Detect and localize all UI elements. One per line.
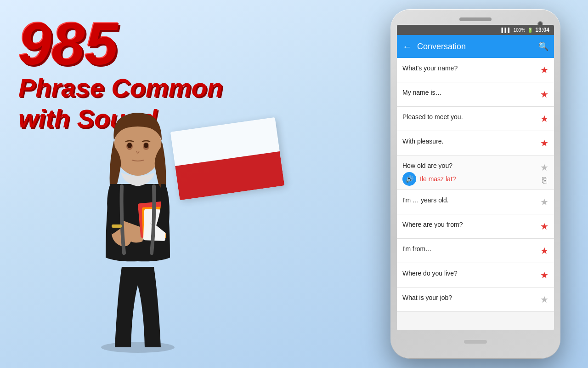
star-button[interactable]: ★ xyxy=(540,64,548,75)
person-image xyxy=(71,92,204,354)
phrase-text: Where are you from? xyxy=(402,221,537,228)
signal-icon: ▌▌▌ xyxy=(501,28,511,33)
phrase-item-content: I'm from… xyxy=(402,245,537,253)
home-button-area xyxy=(397,333,554,351)
phrase-text: How old are you? xyxy=(402,162,537,169)
phrase-item-content: Pleased to meet you. xyxy=(402,113,537,121)
translation-row: 🔊 Ile masz lat? xyxy=(402,172,537,186)
translation-text: Ile masz lat? xyxy=(420,175,456,183)
copy-button[interactable]: ⎘ xyxy=(542,176,547,185)
app-bar: ← Conversation 🔍 xyxy=(397,35,554,58)
list-item[interactable]: I'm … years old. ★ xyxy=(397,190,554,214)
list-item[interactable]: My name is… ★ xyxy=(397,82,554,107)
back-button[interactable]: ← xyxy=(402,41,412,52)
phrase-item-content: How old are you? 🔊 Ile masz lat? xyxy=(402,162,537,186)
person-svg xyxy=(71,92,204,354)
phrase-item-content: What is your job? xyxy=(402,294,537,301)
phrase-item-content: Where are you from? xyxy=(402,221,537,228)
home-button[interactable] xyxy=(464,340,487,344)
svg-point-0 xyxy=(101,342,175,353)
list-item[interactable]: Pleased to meet you. ★ xyxy=(397,107,554,131)
phone-speaker xyxy=(459,17,492,21)
star-button[interactable]: ★ xyxy=(540,221,548,232)
list-item[interactable]: I'm from… ★ xyxy=(397,239,554,263)
phrase-text: I'm … years old. xyxy=(402,196,537,204)
svg-point-5 xyxy=(127,143,132,148)
search-button[interactable]: 🔍 xyxy=(538,41,548,52)
phone: ▌▌▌ 100% 🔋 13:04 ← Conversation 🔍 What's… xyxy=(390,9,560,359)
sound-button[interactable]: 🔊 xyxy=(402,172,416,186)
phrase-text: Pleased to meet you. xyxy=(402,113,537,121)
phrase-text: What's your name? xyxy=(402,64,537,72)
list-item[interactable]: Where are you from? ★ xyxy=(397,214,554,239)
phone-notch xyxy=(397,17,554,21)
svg-rect-11 xyxy=(112,224,122,228)
phrase-item-content: With pleasure. xyxy=(402,138,537,145)
clock: 13:04 xyxy=(535,27,549,33)
list-item[interactable]: What is your job? ★ xyxy=(397,288,554,312)
phrase-text: My name is… xyxy=(402,89,537,96)
app-bar-title: Conversation xyxy=(417,42,533,52)
star-button[interactable]: ★ xyxy=(540,245,548,256)
phrase-item-content: Where do you live? xyxy=(402,270,537,277)
star-button[interactable]: ★ xyxy=(540,162,548,173)
star-button[interactable]: ★ xyxy=(540,196,548,207)
star-button[interactable]: ★ xyxy=(540,89,548,100)
phone-screen: ▌▌▌ 100% 🔋 13:04 ← Conversation 🔍 What's… xyxy=(397,25,554,330)
list-item[interactable]: How old are you? 🔊 Ile masz lat? ★ ⎘ xyxy=(397,155,554,190)
svg-point-6 xyxy=(144,143,148,148)
star-button[interactable]: ★ xyxy=(540,270,548,281)
list-item[interactable]: What's your name? ★ xyxy=(397,58,554,82)
battery-icon: 🔋 xyxy=(527,28,533,33)
phrase-text: With pleasure. xyxy=(402,138,537,145)
phrase-text: Where do you live? xyxy=(402,270,537,277)
phone-body: ▌▌▌ 100% 🔋 13:04 ← Conversation 🔍 What's… xyxy=(390,9,560,359)
phrase-text: I'm from… xyxy=(402,245,537,253)
phrase-item-content: I'm … years old. xyxy=(402,196,537,204)
phrase-list: What's your name? ★ My name is… ★ Please… xyxy=(397,58,554,330)
star-button[interactable]: ★ xyxy=(540,113,548,124)
battery-indicator: 100% xyxy=(514,28,526,33)
phrase-item-content: What's your name? xyxy=(402,64,537,72)
phrase-text: What is your job? xyxy=(402,294,537,301)
number-display: 985 xyxy=(18,14,303,74)
list-item[interactable]: Where do you live? ★ xyxy=(397,263,554,288)
star-button[interactable]: ★ xyxy=(540,294,548,305)
phrase-item-content: My name is… xyxy=(402,89,537,96)
star-button[interactable]: ★ xyxy=(540,138,548,149)
status-bar: ▌▌▌ 100% 🔋 13:04 xyxy=(397,25,554,35)
list-item[interactable]: With pleasure. ★ xyxy=(397,131,554,155)
